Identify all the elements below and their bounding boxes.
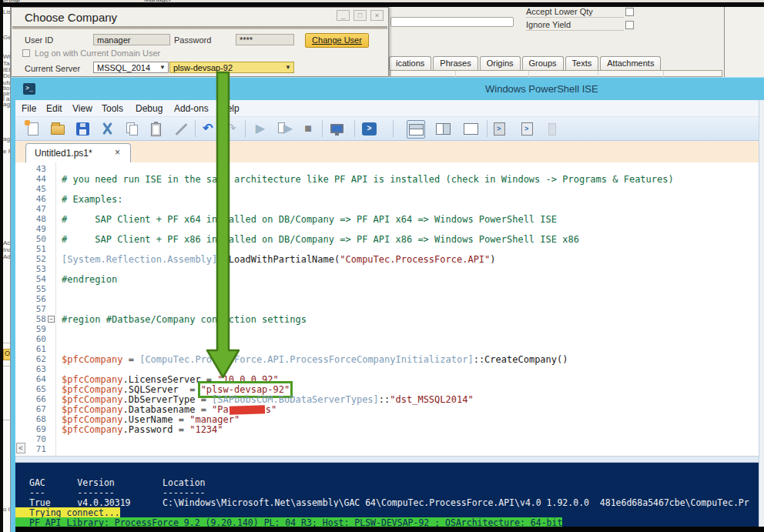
background-tab-phrases[interactable]: Phrases xyxy=(433,56,478,70)
screen: Group Manager OK ListGeWiTaIEPDoufatiopi… xyxy=(0,0,764,532)
script-editor[interactable]: 4344# you need run ISE in the same archi… xyxy=(15,162,759,456)
scrollbar-left-arrow[interactable]: < xyxy=(16,443,25,453)
console-line: GAC Version Location xyxy=(15,477,759,487)
background-tab-groups[interactable]: Groups xyxy=(522,56,564,70)
fold-collapse-icon[interactable]: − xyxy=(48,316,55,323)
menu-tools[interactable]: Tools xyxy=(102,103,123,114)
show-script-pane-maximized-icon[interactable] xyxy=(462,120,481,139)
start-powershell-icon[interactable]: > xyxy=(360,120,379,139)
dialog-title-separator xyxy=(12,26,387,29)
line-number: 53 xyxy=(15,264,46,274)
run-script-icon[interactable]: ▶ xyxy=(251,120,270,139)
choose-company-dialog: Choose Company _ □ × User ID manager Pas… xyxy=(11,7,389,77)
background-tab-texts[interactable]: Texts xyxy=(565,56,599,70)
paste-icon[interactable] xyxy=(147,120,166,139)
new-remote-powershell-tab-icon[interactable] xyxy=(328,120,347,139)
editor-line: 69$pfcCompany.Password = "1234" xyxy=(15,424,759,434)
ignore-yield-checkbox[interactable] xyxy=(625,21,634,29)
server-name-dropdown[interactable]: plsw-devsap-92▼ xyxy=(169,62,294,73)
accept-lower-qty-checkbox[interactable] xyxy=(625,8,634,16)
stop-operation-icon[interactable]: ■ xyxy=(299,120,317,139)
redaction-mark xyxy=(230,405,265,415)
editor-line: 53 xyxy=(15,264,759,274)
background-tab-strip: icationsPhrasesOriginsGroupsTextsAttachm… xyxy=(389,56,661,70)
show-script-pane-right-icon[interactable] xyxy=(434,120,453,139)
line-number: 65 xyxy=(15,384,46,394)
new-remote-tab-icon[interactable] xyxy=(519,120,538,139)
menu-help[interactable]: Help xyxy=(220,103,240,114)
ok-button-fragment[interactable]: OK xyxy=(3,349,11,360)
editor-line: 67$pfcCompany.Databasename = "Pas" xyxy=(15,404,759,414)
background-fragment: ag xyxy=(3,136,11,142)
background-tab-attachments[interactable]: Attachments xyxy=(600,56,661,70)
left-black-bar xyxy=(0,0,3,532)
line-number: 47 xyxy=(15,204,46,214)
code-text: $pfcCompany.Databasename = "Pas" xyxy=(62,404,276,415)
editor-line: 61 xyxy=(15,344,759,354)
console-highlight-yellow: Trying connect... xyxy=(15,507,120,517)
line-number: 69 xyxy=(15,424,46,434)
bottom-black-bar xyxy=(15,527,764,532)
copy-icon[interactable] xyxy=(123,120,142,139)
background-fragment: o l xyxy=(3,506,11,513)
line-number: 61 xyxy=(15,344,46,354)
pane-splitter[interactable] xyxy=(15,456,759,463)
code-text: # you need run ISE in the same architect… xyxy=(62,174,674,185)
line-number: 67 xyxy=(15,404,46,414)
menu-debug[interactable]: Debug xyxy=(136,103,163,114)
save-icon[interactable] xyxy=(74,120,92,139)
line-number: 52 xyxy=(15,254,46,264)
line-number: 63 xyxy=(15,364,46,374)
editor-line: 51 xyxy=(15,244,759,254)
background-grid-header xyxy=(390,70,722,77)
domain-user-checkbox[interactable] xyxy=(22,49,30,57)
clear-pane-icon[interactable] xyxy=(172,120,190,139)
change-user-button[interactable]: Change User xyxy=(305,33,369,48)
editor-line: 52[System.Reflection.Assembly]::LoadWith… xyxy=(15,254,759,264)
run-selection-icon[interactable]: ▶ xyxy=(275,120,293,139)
menu-edit[interactable]: Edit xyxy=(46,103,62,114)
background-tab-origins[interactable]: Origins xyxy=(480,56,521,70)
editor-line: 60 xyxy=(15,334,759,344)
new-powershell-tab-icon[interactable] xyxy=(491,120,510,139)
console-pane[interactable]: GAC Version Location--- ------- --------… xyxy=(15,463,759,527)
editor-line: 43 xyxy=(15,164,759,174)
editor-line: 46# Examples: xyxy=(15,194,759,204)
user-id-field[interactable]: manager xyxy=(93,34,170,45)
background-fragment: Ge xyxy=(3,34,11,41)
editor-line: 58−#region #Datbase/Company connection s… xyxy=(15,314,759,324)
line-number: 60 xyxy=(15,334,46,344)
toolbar-overflow-icon[interactable] xyxy=(545,120,564,139)
undo-icon[interactable]: ↶ xyxy=(199,120,217,139)
minimize-button[interactable]: _ xyxy=(337,10,350,21)
line-number: 58 xyxy=(15,314,46,324)
editor-line: 50# SAP Client + PF x86 installed on DB/… xyxy=(15,234,759,244)
menu-file[interactable]: File xyxy=(22,103,36,114)
ise-menubar: FileEditViewToolsDebugAdd-onsHelp xyxy=(15,100,759,117)
line-number: 49 xyxy=(15,224,46,234)
line-number: 46 xyxy=(15,194,46,204)
line-number: 66 xyxy=(15,394,46,404)
show-script-pane-top-icon[interactable] xyxy=(407,120,425,139)
new-script-icon[interactable] xyxy=(25,120,43,139)
server-type-dropdown[interactable]: MSSQL_2014▼ xyxy=(93,62,169,73)
background-text-field[interactable] xyxy=(390,17,514,27)
menu-view[interactable]: View xyxy=(72,103,92,114)
redo-icon[interactable]: ↷ xyxy=(222,120,240,139)
open-script-icon[interactable] xyxy=(49,120,68,139)
password-field[interactable]: **** xyxy=(236,34,294,45)
background-fragment: Act xyxy=(3,239,11,246)
editor-line: 63 xyxy=(15,364,759,374)
maximize-button[interactable]: □ xyxy=(354,10,367,21)
editor-line: 44# you need run ISE in the same archite… xyxy=(15,174,759,184)
line-number: 57 xyxy=(15,304,46,314)
menu-addons[interactable]: Add-ons xyxy=(174,103,209,114)
ise-titlebar[interactable]: >_ Windows PowerShell ISE xyxy=(11,77,764,100)
cut-icon[interactable] xyxy=(99,120,117,139)
background-tab-ications[interactable]: ications xyxy=(389,56,431,70)
close-tab-icon[interactable]: × xyxy=(115,147,120,158)
close-icon[interactable]: × xyxy=(370,10,384,21)
script-tab[interactable]: Untitled1.ps1* × xyxy=(25,143,131,162)
code-text: $pfcCompany.LicenseServer = "10.0.0.92" xyxy=(62,374,279,385)
background-fragment: Wi xyxy=(3,53,11,60)
